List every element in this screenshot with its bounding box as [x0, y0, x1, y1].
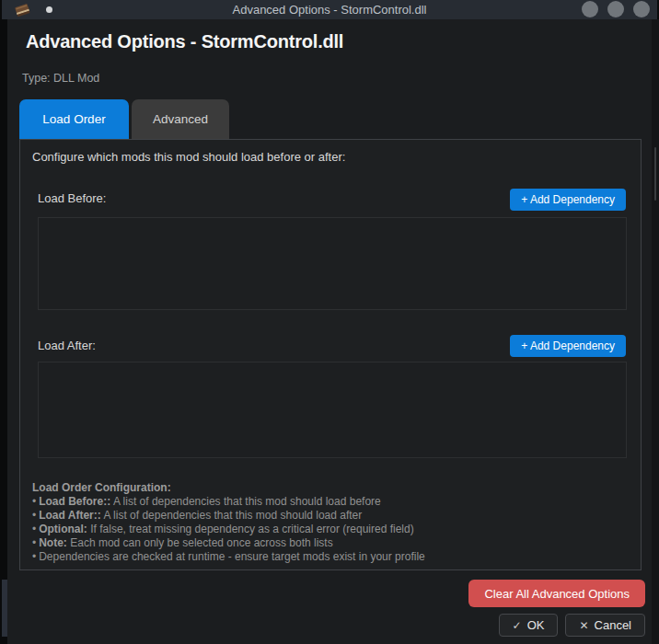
ok-button-label: OK — [527, 618, 545, 632]
add-dependency-after-button[interactable]: + Add Dependency — [510, 335, 626, 357]
load-after-list[interactable] — [38, 362, 627, 458]
mod-type-label: Type: DLL Mod — [22, 72, 99, 85]
cancel-button-label: Cancel — [595, 618, 631, 632]
clear-all-advanced-options-button[interactable]: Clear All Advanced Options — [468, 580, 645, 607]
window-titlebar: Advanced Options - StormControl.dll — [2, 0, 657, 19]
dialog-footer-buttons: ✓ OK ✕ Cancel — [499, 614, 645, 637]
add-dependency-before-button[interactable]: + Add Dependency — [510, 189, 626, 211]
help-title: Load Order Configuration: — [32, 481, 425, 495]
window-button-maximize[interactable] — [607, 1, 624, 17]
tab-load-order[interactable]: Load Order — [19, 99, 129, 139]
screen: Advanced Options - StormControl.dll Adva… — [0, 0, 659, 644]
help-line: •Load After:: A list of dependencies tha… — [32, 509, 425, 523]
window-title: Advanced Options - StormControl.dll — [2, 0, 657, 19]
load-order-panel: Configure which mods this mod should loa… — [19, 139, 642, 570]
window-button-close[interactable] — [633, 1, 650, 17]
panel-intro-text: Configure which mods this mod should loa… — [32, 150, 345, 164]
dialog-heading: Advanced Options - StormControl.dll — [26, 31, 343, 52]
tab-bar: Load Order Advanced — [19, 99, 229, 139]
load-before-label: Load Before: — [38, 191, 106, 205]
load-after-label: Load After: — [38, 339, 96, 352]
background-strip-segment — [2, 580, 7, 637]
help-line: •Optional: If false, treat missing depen… — [32, 523, 425, 536]
check-icon: ✓ — [513, 619, 522, 632]
ok-button[interactable]: ✓ OK — [499, 614, 559, 637]
help-line: •Note: Each mod can only be selected onc… — [32, 536, 425, 550]
background-scrollbar[interactable] — [654, 147, 656, 201]
tab-advanced[interactable]: Advanced — [132, 99, 229, 139]
help-text-block: Load Order Configuration: •Load Before::… — [32, 481, 425, 564]
help-line: •Load Before:: A list of dependencies th… — [32, 495, 425, 509]
advanced-options-dialog: Advanced Options - StormControl.dll Type… — [7, 19, 652, 644]
load-before-list[interactable] — [38, 217, 627, 310]
cancel-button[interactable]: ✕ Cancel — [565, 614, 645, 637]
close-icon: ✕ — [579, 619, 588, 632]
help-line: •Dependencies are checked at runtime - e… — [32, 550, 425, 564]
window-controls — [582, 1, 650, 17]
background-strip — [652, 19, 659, 644]
window-button-minimize[interactable] — [582, 1, 598, 17]
